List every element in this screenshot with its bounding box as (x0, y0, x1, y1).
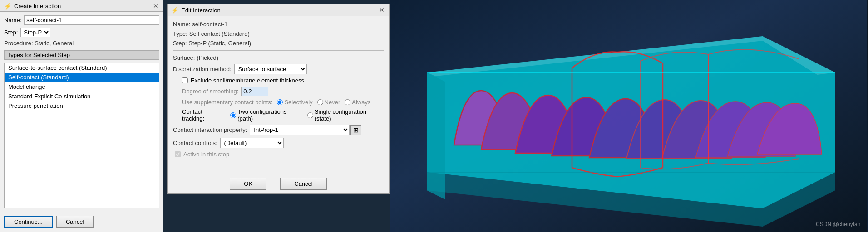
contact-property-edit-button[interactable]: ⊞ (350, 125, 361, 135)
radio-selectively-label: Selectively (284, 99, 312, 106)
edit-name-label: Name: (173, 21, 190, 28)
list-item-model-change[interactable]: Model change (5, 82, 159, 92)
create-panel-footer: Continue... Cancel (0, 212, 163, 232)
exclude-shell-row: Exclude shell/membrane element thickness (173, 77, 384, 84)
edit-type-row: Type: Self contact (Standard) (173, 30, 384, 37)
contact-property-row: Contact interaction property: IntProp-1 … (173, 125, 384, 135)
edit-surface-value: (Picked) (197, 54, 218, 61)
edit-surface-row: Surface: (Picked) (173, 54, 384, 61)
edit-type-label: Type: (173, 30, 187, 37)
types-section-title: Types for Selected Step (4, 50, 159, 60)
list-item-explicit-cosimulation[interactable]: Standard-Explicit Co-simulation (5, 92, 159, 101)
create-panel-title: Create Interaction (14, 3, 61, 10)
radio-single-config-label: Single configuration (state) (315, 108, 384, 122)
edit-step-label: Step: (173, 40, 187, 47)
degree-smoothing-row: Degree of smoothing: (173, 87, 384, 96)
name-label: Name: (4, 17, 21, 24)
edit-dialog-icon: ⚡ (171, 7, 178, 14)
list-item-surface-to-surface[interactable]: Surface-to-surface contact (Standard) (5, 63, 159, 72)
interaction-types-list: Surface-to-surface contact (Standard) Se… (4, 63, 159, 208)
create-interaction-panel: ⚡ Create Interaction ✕ Name: Step: Step-… (0, 0, 163, 232)
active-step-label: Active in this step (183, 151, 229, 158)
discretization-label: Discretization method: (173, 66, 232, 72)
edit-titlebar-left: ⚡ Edit Interaction (171, 7, 221, 14)
create-panel-icon: ⚡ (4, 2, 11, 10)
edit-step-value: Step-P (Static, General) (188, 40, 251, 47)
prop-select-wrapper: IntProp-1 ⊞ (250, 125, 361, 135)
edit-dialog-title: Edit Interaction (181, 7, 221, 14)
radio-never-input[interactable] (317, 99, 323, 105)
separator-1 (173, 50, 384, 51)
edit-dialog-titlebar: ⚡ Edit Interaction ✕ (168, 4, 389, 16)
procedure-label: Procedure: (4, 40, 33, 47)
degree-smoothing-input[interactable] (241, 87, 268, 96)
discretization-row: Discretization method: Surface to surfac… (173, 64, 384, 74)
continue-button[interactable]: Continue... (4, 216, 53, 228)
name-row: Name: (4, 15, 159, 25)
radio-always[interactable]: Always (345, 99, 370, 106)
contact-property-select[interactable]: IntProp-1 (250, 125, 350, 135)
edit-step-row: Step: Step-P (Static, General) (173, 40, 384, 47)
step-select[interactable]: Step-P (20, 28, 50, 37)
supplementary-label: Use supplementary contact points: (182, 99, 272, 106)
procedure-row: Procedure: Static, General (4, 40, 159, 47)
step-row: Step: Step-P (4, 28, 159, 37)
contact-controls-row: Contact controls: (Default) (173, 138, 384, 148)
radio-two-config[interactable]: Two configurations (path) (230, 108, 303, 122)
radio-never[interactable]: Never (317, 99, 340, 106)
contact-controls-select[interactable]: (Default) (220, 138, 284, 148)
exclude-shell-checkbox[interactable] (182, 77, 188, 83)
3d-scene-svg (390, 0, 868, 232)
name-input[interactable] (24, 15, 159, 25)
edit-ok-button[interactable]: OK (230, 178, 266, 190)
create-cancel-button[interactable]: Cancel (56, 216, 94, 228)
radio-single-config-input[interactable] (307, 112, 313, 118)
watermark: CSDN @chenyfan_ (816, 221, 863, 227)
contact-controls-label: Contact controls: (173, 140, 217, 146)
edit-name-row: Name: self-contact-1 (173, 21, 384, 28)
edit-interaction-dialog: ⚡ Edit Interaction ✕ Name: self-contact-… (167, 4, 390, 194)
contact-tracking-label: Contact tracking: (182, 108, 226, 122)
contact-tracking-row: Contact tracking: Two configurations (pa… (173, 108, 384, 122)
edit-name-value: self-contact-1 (192, 21, 227, 28)
create-panel-close-button[interactable]: ✕ (152, 2, 159, 10)
edit-dialog-body: Name: self-contact-1 Type: Self contact … (168, 16, 389, 174)
supplementary-row: Use supplementary contact points: Select… (173, 99, 384, 106)
3d-viewport: CSDN @chenyfan_ (390, 0, 868, 232)
radio-selectively[interactable]: Selectively (277, 99, 312, 106)
radio-single-config[interactable]: Single configuration (state) (307, 108, 384, 122)
viewport-3d-content (390, 0, 868, 232)
list-item-self-contact[interactable]: Self-contact (Standard) (5, 72, 159, 82)
create-panel-body: Name: Step: Step-P Procedure: Static, Ge… (0, 12, 163, 212)
radio-selectively-input[interactable] (277, 99, 283, 105)
contact-property-label: Contact interaction property: (173, 126, 247, 133)
radio-two-config-input[interactable] (230, 112, 236, 118)
active-step-checkbox[interactable] (175, 151, 181, 157)
edit-surface-label: Surface: (173, 54, 195, 61)
edit-cancel-button[interactable]: Cancel (280, 178, 326, 190)
step-label: Step: (4, 29, 18, 36)
discretization-select[interactable]: Surface to surface Node to surface (234, 64, 307, 74)
edit-dialog-footer: OK Cancel (168, 174, 389, 193)
edit-dialog-close-button[interactable]: ✕ (378, 6, 385, 14)
degree-smoothing-label: Degree of smoothing: (182, 88, 238, 95)
svg-marker-3 (427, 72, 445, 199)
list-item-pressure-penetration[interactable]: Pressure penetration (5, 101, 159, 111)
radio-always-input[interactable] (345, 99, 350, 105)
radio-never-label: Never (325, 99, 340, 106)
edit-type-value: Self contact (Standard) (189, 30, 250, 37)
radio-two-config-label: Two configurations (path) (237, 108, 303, 122)
exclude-shell-label: Exclude shell/membrane element thickness (191, 77, 304, 84)
create-panel-titlebar: ⚡ Create Interaction ✕ (0, 0, 163, 12)
titlebar-left: ⚡ Create Interaction (4, 2, 61, 10)
active-step-row: Active in this step (173, 151, 384, 158)
procedure-value: Static, General (35, 40, 74, 47)
radio-always-label: Always (352, 99, 370, 106)
